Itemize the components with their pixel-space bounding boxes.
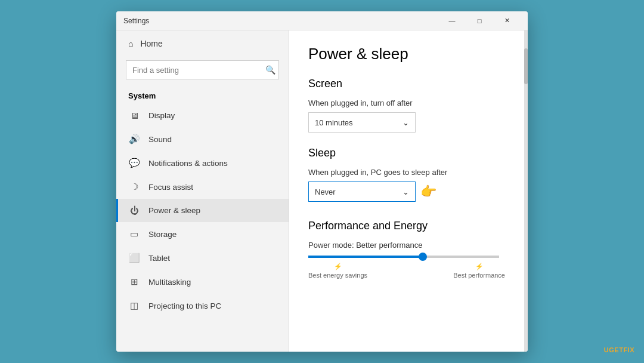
search-box: 🔍 bbox=[126, 60, 279, 79]
slider-thumb[interactable] bbox=[419, 253, 427, 261]
sidebar-section-label: System bbox=[116, 87, 289, 104]
sidebar-item-storage[interactable]: ▭ Storage bbox=[116, 222, 289, 246]
power-slider[interactable] bbox=[308, 256, 499, 258]
sidebar-item-label: Focus assist bbox=[148, 183, 193, 192]
screen-section: Screen When plugged in, turn off after 1… bbox=[308, 78, 505, 133]
energy-savings-label: Best energy savings bbox=[308, 272, 367, 279]
sleep-section-title: Sleep bbox=[308, 147, 505, 159]
scrollbar-thumb[interactable] bbox=[524, 48, 528, 84]
window-title: Settings bbox=[123, 17, 438, 25]
sleep-dropdown-label: When plugged in, PC goes to sleep after bbox=[308, 168, 505, 177]
sidebar-item-power[interactable]: ⏻ Power & sleep bbox=[116, 199, 289, 222]
sidebar-item-label: Display bbox=[148, 111, 175, 120]
sidebar-item-notifications[interactable]: 💬 Notifications & actions bbox=[116, 151, 289, 175]
notifications-icon: 💬 bbox=[128, 158, 140, 168]
power-icon: ⏻ bbox=[128, 205, 140, 216]
best-performance-label: Best performance bbox=[453, 272, 505, 279]
screen-dropdown-chevron: ⌄ bbox=[402, 118, 409, 127]
page-title: Power & sleep bbox=[308, 45, 505, 63]
sidebar-item-home[interactable]: ⌂ Home bbox=[116, 30, 289, 57]
slider-track bbox=[308, 256, 499, 258]
display-icon: 🖥 bbox=[128, 110, 140, 121]
energy-savings-icon: ⚡ bbox=[334, 263, 342, 270]
sidebar-item-label: Power & sleep bbox=[148, 206, 200, 215]
sidebar-item-tablet[interactable]: ⬜ Tablet bbox=[116, 246, 289, 270]
sidebar: ⌂ Home 🔍 System 🖥 Display 🔊 Sound 💬 Noti… bbox=[116, 30, 289, 352]
cursor-icon: 👉 bbox=[420, 184, 436, 199]
sidebar-item-display[interactable]: 🖥 Display bbox=[116, 104, 289, 127]
sidebar-item-label: Tablet bbox=[148, 254, 170, 263]
screen-dropdown[interactable]: 10 minutes ⌄ bbox=[308, 112, 416, 133]
maximize-button[interactable]: □ bbox=[466, 11, 493, 30]
home-icon: ⌂ bbox=[128, 39, 133, 48]
main-content: Power & sleep Screen When plugged in, tu… bbox=[289, 30, 524, 352]
best-performance-icon: ⚡ bbox=[475, 263, 484, 270]
slider-fill bbox=[308, 256, 423, 258]
slider-label-left: ⚡ Best energy savings bbox=[308, 263, 367, 279]
slider-labels: ⚡ Best energy savings ⚡ Best performance bbox=[308, 263, 505, 279]
slider-label-right: ⚡ Best performance bbox=[453, 263, 505, 279]
screen-section-title: Screen bbox=[308, 78, 505, 90]
perf-section-title: Performance and Energy bbox=[308, 220, 505, 232]
sound-icon: 🔊 bbox=[128, 134, 140, 144]
search-icon-button[interactable]: 🔍 bbox=[265, 65, 275, 75]
multitasking-icon: ⊞ bbox=[128, 276, 140, 287]
watermark: UGETFIX bbox=[604, 346, 634, 353]
scrollbar[interactable] bbox=[524, 30, 528, 352]
power-mode-label: Power mode: Better performance bbox=[308, 241, 505, 250]
sidebar-item-projecting[interactable]: ◫ Projecting to this PC bbox=[116, 294, 289, 318]
watermark-text: UGETFIX bbox=[604, 346, 634, 353]
sidebar-item-label: Sound bbox=[148, 135, 172, 144]
titlebar: Settings — □ ✕ bbox=[116, 11, 528, 30]
sidebar-item-label: Storage bbox=[148, 230, 177, 239]
screen-dropdown-value: 10 minutes bbox=[315, 118, 353, 127]
performance-section: Performance and Energy Power mode: Bette… bbox=[308, 220, 505, 279]
sleep-dropdown[interactable]: Never ⌄ bbox=[308, 182, 416, 202]
window-controls: — □ ✕ bbox=[438, 11, 521, 30]
minimize-button[interactable]: — bbox=[438, 11, 466, 30]
tablet-icon: ⬜ bbox=[128, 253, 140, 263]
close-button[interactable]: ✕ bbox=[493, 11, 521, 30]
sidebar-item-label: Notifications & actions bbox=[148, 159, 228, 168]
sidebar-item-multitasking[interactable]: ⊞ Multitasking bbox=[116, 270, 289, 294]
sidebar-item-label: Multitasking bbox=[148, 278, 191, 287]
sidebar-item-sound[interactable]: 🔊 Sound bbox=[116, 127, 289, 151]
sleep-dropdown-value: Never bbox=[315, 187, 336, 196]
screen-dropdown-label: When plugged in, turn off after bbox=[308, 99, 505, 107]
storage-icon: ▭ bbox=[128, 229, 140, 239]
projecting-icon: ◫ bbox=[128, 300, 140, 311]
sleep-section: Sleep When plugged in, PC goes to sleep … bbox=[308, 147, 505, 208]
search-input[interactable] bbox=[126, 60, 279, 79]
focus-icon: ☽ bbox=[128, 182, 140, 192]
sidebar-home-label: Home bbox=[140, 39, 162, 48]
sidebar-item-focus[interactable]: ☽ Focus assist bbox=[116, 175, 289, 199]
sleep-dropdown-chevron: ⌄ bbox=[402, 187, 409, 196]
sidebar-item-label: Projecting to this PC bbox=[148, 302, 221, 310]
